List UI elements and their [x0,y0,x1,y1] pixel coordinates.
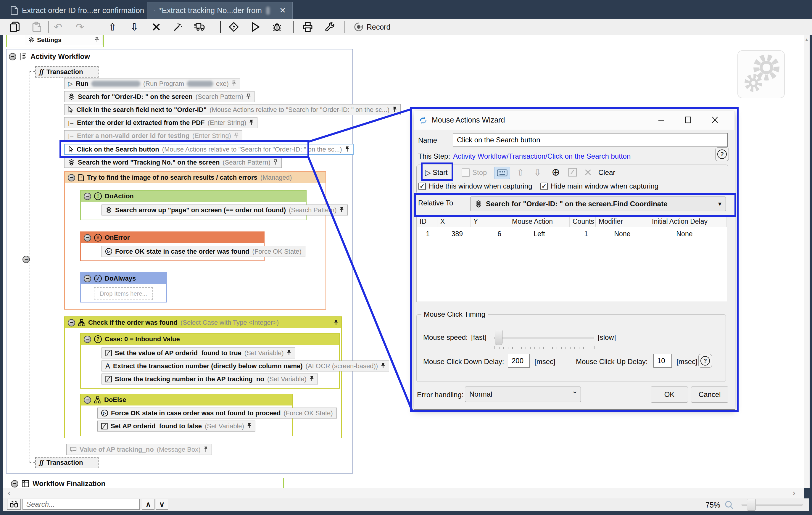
settings-item[interactable]: Settings [25,35,103,45]
doalways-header[interactable]: − ✓ DoAlways [81,273,166,284]
workflow-item-search-tracking[interactable]: Search the word "Tracking No." on the sc… [64,157,282,168]
zoom-slider-thumb[interactable] [747,499,756,511]
pin-icon[interactable] [393,106,397,113]
collapse-icon[interactable]: − [84,193,91,200]
pin-icon[interactable] [249,119,254,126]
select-case-header[interactable]: − Check if the order was found (Select C… [65,317,341,328]
scroll-up-icon[interactable]: ▴ [804,35,810,42]
scroll-left-icon[interactable]: ‹ [8,488,11,498]
relative-to-dropdown[interactable]: Search for "Order-ID: " on the screen.Fi… [470,197,726,211]
doaction-header[interactable]: − ! DoAction [81,191,306,202]
col-y[interactable]: Y [470,216,509,227]
down-delay-input[interactable] [508,354,530,368]
row-up-icon[interactable]: ⇧ [517,167,524,178]
close-icon[interactable] [710,115,719,124]
ok-button[interactable]: OK [651,387,688,403]
delete-button[interactable] [148,21,165,33]
collapse-icon[interactable]: − [68,319,75,326]
pin-icon[interactable] [232,80,236,87]
vertical-scrollbar[interactable]: ▴ [804,35,810,488]
maximize-icon[interactable] [684,115,693,124]
collapse-icon[interactable]: − [84,396,91,404]
mouse-speed-slider-thumb[interactable] [495,330,502,345]
scroll-right-icon[interactable]: › [792,488,795,498]
delete-row-icon[interactable] [584,168,592,176]
workflow-item-set-true[interactable]: Set the value of AP orderid_found to tru… [102,347,295,359]
col-counts[interactable]: Counts [570,216,596,227]
collapse-icon[interactable]: − [84,234,91,241]
undo-button[interactable]: ↶ [50,21,66,33]
actions-table[interactable]: ID X Y Mouse Action Counts Modifier Init… [416,216,727,302]
workflow-item-message-box[interactable]: Value of AP tracking_no (Message Box) [66,444,212,455]
onerror-header[interactable]: − × OnError [81,232,264,243]
drop-items-placeholder[interactable]: Drop Items here... [94,287,153,300]
name-input[interactable] [453,133,728,147]
collapse-icon[interactable]: − [68,174,75,181]
collapse-icon[interactable]: − [11,480,18,487]
pin-icon[interactable] [310,376,314,382]
error-handling-dropdown[interactable]: Normal ˇ [465,387,581,402]
edit-row-icon[interactable] [568,168,577,177]
find-button[interactable] [7,499,21,510]
minimize-icon[interactable] [657,117,666,124]
help-button[interactable]: ? [715,147,729,161]
drag-handle[interactable]: ⋮ [418,167,426,173]
move-down-button[interactable]: ⇩ [126,21,143,33]
delivery-button[interactable] [191,21,208,33]
clear-button[interactable]: Clear [598,168,615,177]
add-row-icon[interactable]: ⊕ [552,166,560,178]
hide-main-checkbox[interactable]: ✓ Hide main window when capturing [540,182,659,190]
workflow-item-search-orderid[interactable]: Search for "Order-ID: " on the screen (S… [64,91,255,102]
pin-icon[interactable] [345,146,349,153]
workflow-item-click-field[interactable]: Click in the search field next to "Order… [64,104,401,115]
start-button[interactable]: ▷ Start [425,166,448,179]
cancel-button[interactable]: Cancel [691,387,728,403]
pin-icon[interactable] [247,423,252,429]
collapse-icon[interactable]: − [84,336,91,343]
search-prev-button[interactable]: ∧ [142,499,154,510]
workflow-item-enter-orderid[interactable]: |→ Enter the order id extracted from the… [64,117,257,128]
workflow-item-run[interactable]: ▷ Run (Run Program exe) [64,78,240,89]
dialog-titlebar[interactable]: Mouse Actions Wizard [414,111,734,130]
magic-wand-button[interactable] [169,21,186,33]
pin-icon[interactable] [204,446,208,453]
col-id[interactable]: ID [417,216,437,227]
breakpoint-button[interactable] [226,21,242,33]
tab-extract-tracking-no[interactable]: *Extract tracking No...der from ✕ [147,2,293,19]
redo-button[interactable]: ↷ [71,21,88,33]
pin-icon[interactable] [334,319,338,326]
print-button[interactable] [299,21,316,33]
paste-button[interactable] [28,21,45,33]
managed-block-header[interactable]: − Try to find the image of no search res… [65,172,325,183]
stop-button[interactable]: Stop [462,166,487,179]
workflow-item-extract-transaction[interactable]: A Extract the transaction number (direct… [102,361,389,371]
workflow-item-enter-nonvalid[interactable]: |→ Enter a non-valid order id for testin… [64,130,242,141]
pin-icon[interactable] [246,93,251,100]
workflow-item-set-false[interactable]: Set AP orderid_found to false (Set Varia… [97,421,255,432]
col-mouse-action[interactable]: Mouse Action [509,216,570,227]
case0-header[interactable]: − ? Case: 0 = Inbound Value [81,334,339,345]
col-x[interactable]: X [437,216,470,227]
table-row[interactable]: 1 389 6 Left 1 None None [417,227,727,240]
pin-icon[interactable] [234,132,238,139]
collapse-icon[interactable]: − [84,275,91,282]
transaction-group-top[interactable]: ʃʃ Transaction [35,66,98,78]
doelse-header[interactable]: − DoElse [81,394,292,405]
hide-this-checkbox[interactable]: ✓ Hide this window when capturing [418,182,532,190]
horizontal-scrollbar[interactable]: ‹ › [3,488,804,498]
this-step-link[interactable]: Activity Workflow/Transaction/Click on t… [453,152,631,161]
search-next-button[interactable]: ∨ [156,499,168,510]
close-tab-icon[interactable]: ✕ [279,6,286,15]
pin-icon[interactable] [287,349,291,356]
copy-button[interactable] [6,21,23,33]
workflow-item-store-tracking[interactable]: Store the tracking number in the AP trac… [102,374,318,384]
pin-icon[interactable] [273,159,278,166]
move-up-button[interactable]: ⇧ [104,21,121,33]
debug-button[interactable] [269,21,285,33]
mouse-speed-slider-track[interactable] [494,337,594,339]
up-delay-input[interactable] [654,354,672,368]
transaction-group-bottom[interactable]: ʃʃ Transaction [35,457,98,468]
pin-icon[interactable] [381,363,385,369]
col-modifier[interactable]: Modifier [596,216,649,227]
row-down-icon[interactable]: ⇩ [534,167,541,178]
